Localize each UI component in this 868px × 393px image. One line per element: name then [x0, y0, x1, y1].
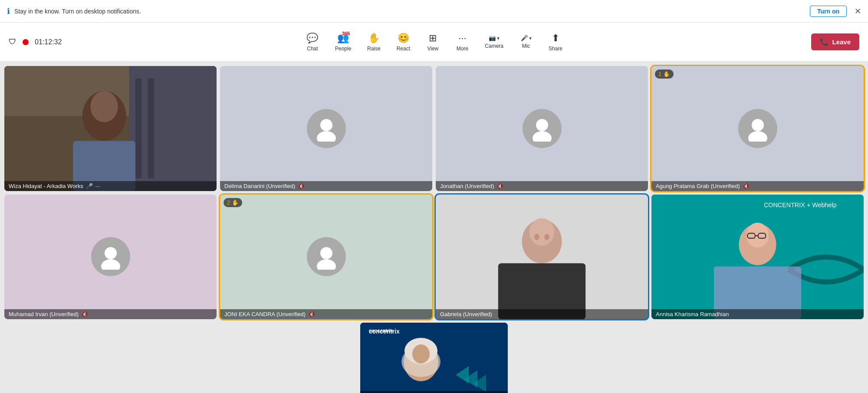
- view-button[interactable]: ⊞ View: [420, 29, 446, 55]
- delima-avatar: [307, 109, 346, 148]
- react-button[interactable]: 😊 React: [390, 29, 416, 55]
- delima-mute-icon: 🔇: [298, 183, 305, 189]
- agung-mute-icon: 🔇: [743, 183, 750, 189]
- muhamad-name-bar: Muhamad Irvan (Unverified) 🔇: [4, 309, 217, 319]
- call-timer: 01:12:32: [35, 38, 62, 46]
- svg-point-9: [317, 131, 336, 142]
- raise-hand-button[interactable]: ✋ Raise: [361, 29, 387, 55]
- annisa-name: Annisa Kharisma Ramadhian: [656, 311, 729, 317]
- react-label: React: [397, 46, 410, 52]
- svg-point-12: [752, 119, 764, 131]
- share-label: Share: [549, 46, 562, 52]
- video-tile-muhamad: Muhamad Irvan (Unverified) 🔇: [4, 195, 217, 320]
- raise-label: Raise: [367, 46, 381, 52]
- camera-chevron-icon: ▾: [497, 35, 500, 41]
- video-tile-annisa: CONCENTRIX + Webhelp Annisa Kharisma Ram…: [651, 195, 864, 320]
- svg-point-13: [748, 131, 767, 142]
- annisa-video: CONCENTRIX + Webhelp: [651, 195, 864, 320]
- cindy-concentrix-logo: concentrix: [365, 325, 404, 337]
- svg-point-17: [317, 259, 336, 270]
- chat-icon: 💬: [306, 33, 318, 44]
- agung-avatar-container: [651, 66, 864, 191]
- agung-name: Agung Pratama Grab (Unverified): [656, 183, 740, 189]
- cindy-name-bar: Cindy Aprilia: [360, 391, 508, 393]
- people-count-badge: 366: [342, 31, 350, 36]
- mic-chevron-icon: ▾: [529, 35, 532, 41]
- delima-name: Delima Danarini (Unverified): [224, 183, 295, 189]
- joni-mute-icon: 🔇: [308, 311, 315, 317]
- delima-avatar-container: [220, 66, 432, 191]
- close-notification-button[interactable]: ✕: [855, 7, 861, 16]
- more-label: More: [457, 46, 468, 52]
- more-icon: ···: [458, 33, 466, 44]
- wiza-more-icon: ···: [95, 183, 100, 189]
- joni-hand-icon: ✋: [232, 199, 239, 206]
- bottom-video-row: concentrix concentrix: [4, 323, 864, 393]
- leave-label: Leave: [832, 38, 851, 46]
- raise-hand-icon: ✋: [368, 33, 380, 44]
- agung-avatar: [738, 109, 777, 148]
- muhamad-avatar: [91, 237, 130, 276]
- shield-icon: 🛡: [9, 37, 16, 46]
- agung-hand-number: 1: [658, 71, 661, 77]
- camera-button[interactable]: 📷 ▾ Camera: [479, 31, 510, 53]
- toolbar: 🛡 01:12:32 💬 Chat 👥 366 People ✋ Raise 😊…: [0, 23, 868, 62]
- mic-button[interactable]: 🎤 ▾ Mic: [513, 31, 539, 53]
- svg-point-6: [90, 91, 118, 122]
- svg-point-41: [412, 344, 430, 363]
- svg-point-14: [105, 247, 117, 259]
- wiza-name: Wiza Hidayat - Arkadia Works: [9, 183, 83, 189]
- video-tile-gabriela: Gabriela (Unverified): [436, 195, 648, 320]
- svg-point-22: [534, 234, 539, 240]
- turn-on-button[interactable]: Turn on: [810, 6, 847, 17]
- video-tile-wiza: Wiza Hidayat - Arkadia Works 🎤 ···: [4, 66, 217, 191]
- toolbar-center: 💬 Chat 👥 366 People ✋ Raise 😊 React ⊞ Vi…: [299, 29, 569, 55]
- leave-button[interactable]: 📞 Leave: [811, 33, 859, 50]
- view-icon: ⊞: [429, 33, 437, 44]
- jonathan-avatar: [523, 109, 562, 148]
- people-icon: 👥 366: [337, 33, 349, 44]
- joni-avatar-container: [220, 195, 432, 320]
- camera-icon: 📷: [489, 35, 496, 41]
- camera-group: 📷 ▾: [489, 35, 500, 41]
- bottom-section: concentrix concentrix: [4, 323, 864, 393]
- video-tile-cindy: concentrix concentrix: [360, 323, 508, 393]
- delima-name-bar: Delima Danarini (Unverified) 🔇: [220, 181, 432, 191]
- camera-label: Camera: [485, 43, 503, 49]
- muhamad-mute-icon: 🔇: [81, 311, 88, 317]
- gabriela-name-bar: Gabriela (Unverified): [436, 309, 648, 319]
- more-button[interactable]: ··· More: [449, 29, 475, 55]
- wiza-mute-icon: 🎤: [86, 183, 93, 189]
- joni-hand-number: 2: [227, 199, 230, 206]
- svg-point-11: [533, 131, 552, 142]
- svg-rect-2: [129, 66, 217, 191]
- toolbar-right: 📞 Leave: [811, 33, 859, 50]
- gabriela-video: [436, 195, 648, 320]
- svg-point-10: [536, 119, 548, 131]
- svg-point-16: [320, 247, 332, 259]
- chat-button[interactable]: 💬 Chat: [299, 29, 326, 55]
- svg-point-20: [529, 218, 555, 245]
- wiza-name-bar: Wiza Hidayat - Arkadia Works 🎤 ···: [4, 181, 217, 191]
- chat-label: Chat: [307, 46, 318, 52]
- agung-hand-badge: 1 ✋: [655, 69, 674, 79]
- jonathan-name-bar: Jonathan (Unverified) 🔇: [436, 181, 648, 191]
- svg-rect-4: [148, 79, 154, 178]
- leave-phone-icon: 📞: [820, 38, 829, 46]
- jonathan-name: Jonathan (Unverified): [440, 183, 494, 189]
- agung-hand-icon: ✋: [663, 71, 670, 77]
- agung-name-bar: Agung Pratama Grab (Unverified) 🔇: [651, 181, 864, 191]
- svg-text:CONCENTRIX + Webhelp: CONCENTRIX + Webhelp: [764, 201, 837, 208]
- mic-label: Mic: [522, 43, 530, 49]
- video-grid-top: Wiza Hidayat - Arkadia Works 🎤 ··· Delim…: [4, 66, 864, 191]
- people-label: People: [335, 46, 351, 52]
- video-tile-agung: 1 ✋ Agung Pratama Grab (Unverified) 🔇: [651, 66, 864, 191]
- people-button[interactable]: 👥 366 People: [329, 29, 357, 55]
- svg-point-15: [101, 259, 120, 270]
- video-tile-delima: Delima Danarini (Unverified) 🔇: [220, 66, 432, 191]
- video-tile-joni: 2 ✋ JONI EKA CANDRA (Unverified) 🔇: [220, 195, 432, 320]
- wiza-video: [4, 66, 217, 191]
- video-grid-bottom: Muhamad Irvan (Unverified) 🔇 2 ✋ JONI EK…: [4, 195, 864, 320]
- share-button[interactable]: ⬆ Share: [542, 29, 569, 55]
- info-icon: ℹ: [7, 7, 10, 16]
